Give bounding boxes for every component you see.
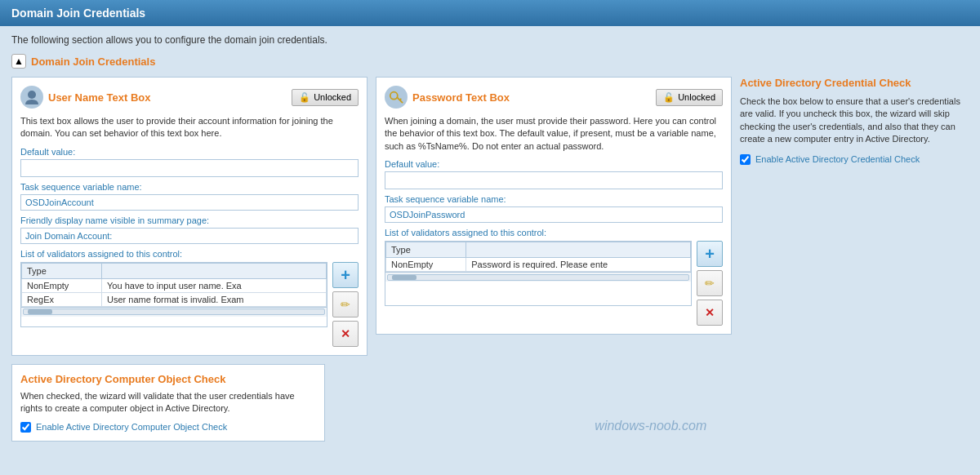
username-hscroll-thumb: [28, 309, 52, 314]
ad-credential-title: Active Directory Credential Check: [740, 77, 969, 89]
ad-credential-checkbox-row: Enable Active Directory Credential Check: [740, 154, 969, 165]
username-validators-container: Type NonEmpty You have to input user nam…: [20, 262, 359, 347]
password-col-type: Type: [386, 242, 466, 258]
ad-credential-desc: Check the box below to ensure that a use…: [740, 95, 969, 146]
table-row[interactable]: NonEmpty You have to input user name. Ex…: [22, 278, 327, 292]
username-btn-group: + ✏ ✕: [332, 262, 359, 347]
password-delete-button[interactable]: ✕: [697, 300, 723, 326]
ad-computer-checkbox-label: Enable Active Directory Computer Object …: [36, 422, 227, 432]
main-content: The following section allows you to conf…: [0, 26, 980, 450]
username-row1-msg: You have to input user name. Exa: [102, 278, 327, 292]
username-default-label: Default value:: [20, 147, 359, 157]
username-row2-type: RegEx: [22, 292, 102, 306]
username-validators-label: List of validators assigned to this cont…: [20, 249, 359, 259]
username-edit-icon: ✏: [341, 298, 350, 311]
username-row1-type: NonEmpty: [22, 278, 102, 292]
password-add-icon: +: [705, 246, 715, 262]
title-bar: Domain Join Credentials: [0, 0, 980, 26]
password-edit-button[interactable]: ✏: [697, 270, 723, 296]
password-lock-icon: 🔓: [663, 92, 675, 103]
username-edit-button[interactable]: ✏: [332, 291, 359, 317]
username-col-type: Type: [22, 263, 102, 278]
password-scrollbar[interactable]: [385, 272, 691, 282]
username-delete-button[interactable]: ✕: [332, 321, 359, 347]
ad-computer-panel: Active Directory Computer Object Check W…: [11, 364, 325, 442]
bottom-row: Active Directory Computer Object Check W…: [11, 356, 969, 442]
username-col-msg: [102, 263, 327, 278]
username-delete-icon: ✕: [341, 327, 350, 340]
ad-computer-checkbox-row: Enable Active Directory Computer Object …: [20, 422, 316, 433]
password-panel-title-text: Password Text Box: [412, 91, 510, 104]
password-default-label: Default value:: [385, 159, 723, 169]
username-scrollbar[interactable]: [21, 307, 327, 317]
username-panel-header: User Name Text Box 🔓 Unlocked: [20, 86, 359, 109]
section-header: ▲ Domain Join Credentials: [11, 54, 969, 69]
ad-computer-title: Active Directory Computer Object Check: [20, 373, 316, 385]
lock-icon: 🔓: [299, 92, 310, 103]
username-panel-title: User Name Text Box: [20, 86, 150, 109]
section-collapse-btn[interactable]: ▲: [11, 54, 26, 69]
user-icon: [20, 86, 43, 109]
ad-credential-checkbox-label: Enable Active Directory Credential Check: [755, 154, 920, 164]
password-panel: Password Text Box 🔓 Unlocked When joinin…: [376, 77, 732, 335]
password-taskseq-label: Task sequence variable name:: [385, 194, 723, 204]
username-description: This text box allows the user to provide…: [20, 115, 359, 140]
ad-computer-desc: When checked, the wizard will validate t…: [20, 390, 316, 415]
username-friendly-label: Friendly display name visible in summary…: [20, 215, 359, 225]
username-unlock-label: Unlocked: [314, 92, 351, 102]
username-validators-table-inner: Type NonEmpty You have to input user nam…: [21, 263, 327, 307]
password-unlock-label: Unlocked: [678, 92, 715, 102]
username-add-icon: +: [341, 267, 350, 283]
username-taskseq-input[interactable]: [20, 194, 359, 211]
svg-point-0: [28, 91, 36, 99]
page-description: The following section allows you to conf…: [11, 34, 969, 46]
ad-credential-checkbox[interactable]: [740, 154, 751, 165]
username-unlock-button[interactable]: 🔓 Unlocked: [292, 89, 359, 106]
password-row1-msg: Password is required. Please ente: [466, 258, 691, 272]
password-hscroll-thumb: [392, 275, 416, 280]
password-validators-label: List of validators assigned to this cont…: [385, 228, 723, 238]
password-row1-type: NonEmpty: [386, 258, 466, 272]
password-default-input[interactable]: [385, 171, 723, 189]
username-default-input[interactable]: [20, 159, 359, 177]
password-unlock-button[interactable]: 🔓 Unlocked: [656, 89, 723, 106]
table-row[interactable]: NonEmpty Password is required. Please en…: [386, 258, 691, 272]
svg-line-3: [400, 99, 402, 100]
username-friendly-input[interactable]: [20, 228, 359, 244]
username-row2-msg: User name format is invalid. Exam: [102, 292, 327, 306]
table-row[interactable]: RegEx User name format is invalid. Exam: [22, 292, 327, 306]
password-edit-icon: ✏: [705, 277, 715, 290]
password-panel-header: Password Text Box 🔓 Unlocked: [385, 86, 723, 109]
username-add-button[interactable]: +: [332, 262, 359, 288]
ad-computer-checkbox[interactable]: [20, 422, 31, 433]
password-description: When joining a domain, the user must pro…: [385, 115, 723, 153]
password-validators-table: Type NonEmpty Password is required. Plea…: [385, 241, 692, 306]
section-title: Domain Join Credentials: [31, 55, 155, 68]
password-taskseq-input[interactable]: [385, 206, 723, 223]
title-bar-label: Domain Join Credentials: [11, 7, 145, 20]
ad-credential-panel: Active Directory Credential Check Check …: [740, 77, 969, 165]
password-add-button[interactable]: +: [697, 241, 723, 267]
password-delete-icon: ✕: [705, 306, 715, 319]
password-hscroll-track[interactable]: [387, 274, 689, 281]
username-hscroll-track[interactable]: [23, 309, 325, 315]
chevron-icon: ▲: [14, 55, 24, 67]
panels-row: User Name Text Box 🔓 Unlocked This text …: [11, 77, 969, 356]
password-panel-title: Password Text Box: [385, 86, 510, 109]
watermark: windows-noob.com: [595, 419, 706, 433]
password-validators-container: Type NonEmpty Password is required. Plea…: [385, 241, 723, 326]
password-validators-table-inner: Type NonEmpty Password is required. Plea…: [385, 242, 691, 272]
svg-point-1: [390, 92, 398, 100]
username-validators-table: Type NonEmpty You have to input user nam…: [20, 262, 327, 327]
password-col-msg: [466, 242, 691, 258]
password-btn-group: + ✏ ✕: [697, 241, 723, 326]
username-panel: User Name Text Box 🔓 Unlocked This text …: [11, 77, 368, 356]
username-panel-title-text: User Name Text Box: [48, 91, 150, 104]
username-taskseq-label: Task sequence variable name:: [20, 182, 359, 192]
watermark-area: windows-noob.com: [333, 356, 969, 442]
key-icon: [385, 86, 408, 109]
